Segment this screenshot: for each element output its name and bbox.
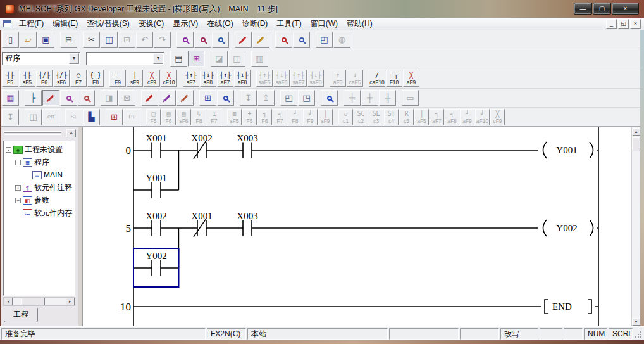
menu-online[interactable]: 在线(O)	[202, 17, 237, 30]
child-minimize-button[interactable]: _	[606, 19, 617, 29]
contact-X001[interactable]: X001	[146, 133, 166, 158]
menu-diagnostics[interactable]: 诊断(D)	[238, 17, 273, 30]
scroll-thumb[interactable]	[21, 298, 45, 305]
menu-convert[interactable]: 变换(C)	[134, 17, 169, 30]
rising-pulse-button[interactable]: ┤↑├sF7	[183, 70, 199, 87]
contact-X003[interactable]: X003	[237, 133, 257, 158]
parallel-open-contact-button[interactable]: ┤├sF5	[19, 70, 35, 87]
contact-X002[interactable]: X002	[146, 211, 166, 236]
find-button[interactable]	[176, 32, 194, 48]
vertical-line-button[interactable]: │sF9	[127, 70, 143, 87]
resize-grip[interactable]	[634, 329, 643, 339]
falling-pulse-button[interactable]: ┤↓├sF8	[200, 70, 216, 87]
logic-test-start-button[interactable]: ▦	[2, 90, 19, 106]
contact-X001[interactable]: X001	[191, 211, 212, 237]
save-button[interactable]: ▣	[37, 32, 54, 48]
coil-Y002[interactable]: Y002	[538, 220, 597, 236]
closed-contact-button[interactable]: ┤/├F6	[36, 70, 53, 87]
tree-item-device-memory[interactable]: +≔软元件内存	[4, 207, 75, 219]
child-close-button[interactable]: ×	[630, 19, 641, 29]
end-instruction[interactable]: END	[541, 300, 595, 314]
project-tree-toggle-button[interactable]: ⊞	[188, 51, 205, 67]
panel-grip[interactable]	[4, 131, 61, 133]
monitor-mode-button[interactable]	[60, 90, 77, 106]
comment-edit-button[interactable]	[235, 32, 252, 48]
panel-close-button[interactable]: ×	[66, 129, 76, 137]
delete-line-button[interactable]: ╳aF9	[403, 70, 419, 87]
delete-vertical-line-button[interactable]: ╳cF10	[161, 70, 177, 87]
device-memory-button[interactable]: ⊞	[199, 90, 216, 106]
monitor-write-mode-button[interactable]	[78, 90, 95, 106]
menu-edit[interactable]: 编辑(E)	[48, 17, 82, 30]
parallel-falling-pulse-button[interactable]: ┤↓├aF8	[234, 70, 251, 87]
scroll-up-icon[interactable]: ▲	[632, 128, 640, 136]
collapse-icon[interactable]: -	[15, 160, 21, 165]
menu-view[interactable]: 显示(V)	[168, 17, 202, 30]
contact-Y002[interactable]: Y002	[146, 251, 166, 276]
data-type-combo[interactable]: 程序 ▼	[2, 52, 80, 65]
scroll-left-icon[interactable]: ◄	[4, 298, 13, 305]
device-monitor-button[interactable]	[217, 90, 234, 106]
contact-X002[interactable]: X002	[191, 133, 212, 159]
write-mode-button[interactable]	[42, 90, 59, 106]
application-instruction-button[interactable]: { }F8	[87, 70, 104, 87]
tree-horizontal-scrollbar[interactable]: ◄ ►	[3, 297, 75, 306]
child-restore-button[interactable]: ◱	[618, 19, 629, 29]
combo-arrow-icon[interactable]: ▼	[69, 53, 79, 64]
expand-icon[interactable]: +	[15, 198, 21, 203]
zoom-button[interactable]	[293, 32, 310, 48]
invert-result-button[interactable]: ∕caF10	[369, 70, 385, 87]
new-button[interactable]: ▯	[2, 32, 19, 48]
collapse-icon[interactable]: -	[6, 147, 11, 153]
tree-item-program-folder[interactable]: -≣程序	[4, 156, 75, 169]
menu-window[interactable]: 窗口(W)	[306, 17, 342, 30]
ladder-editor[interactable]: 0X001X002X003Y001Y0015X002X001X003Y002Y0…	[82, 127, 640, 326]
test-edit-button[interactable]	[252, 32, 269, 48]
menu-find-replace[interactable]: 查找/替换(S)	[82, 17, 133, 30]
contact-Y001[interactable]: Y001	[146, 173, 166, 198]
contact-X003[interactable]: X003	[237, 211, 257, 236]
find-device-button[interactable]	[194, 32, 211, 48]
project-tab[interactable]: 工程	[4, 308, 38, 322]
scroll-thumb[interactable]	[632, 137, 640, 151]
tree-item-program-main[interactable]: +≣MAIN	[4, 169, 75, 181]
title-bar[interactable]: MELSOFT系列 GX Developer 工程未设置 - [梯形图(写入) …	[0, 0, 644, 18]
horizontal-line-button[interactable]: ─F9	[109, 70, 126, 87]
tree-item-project-root[interactable]: -◈工程未设置	[4, 143, 75, 156]
coil-button[interactable]: ○F7	[70, 70, 87, 87]
parallel-rising-pulse-button[interactable]: ┤↑├aF7	[217, 70, 233, 87]
menu-tools[interactable]: 工具(T)	[272, 17, 306, 30]
window-prev-button[interactable]: ◰	[280, 90, 297, 106]
open-contact-button[interactable]: ┤├F5	[2, 70, 18, 87]
maximize-button[interactable]: ▢	[593, 3, 611, 15]
cut-button[interactable]: ✂	[83, 32, 100, 48]
sfc-block-list-button[interactable]: ⊞	[106, 109, 123, 125]
scroll-down-icon[interactable]: ▼	[632, 318, 640, 326]
vertical-scrollbar[interactable]: ▲ ▼	[631, 127, 640, 326]
statement-write-button[interactable]	[159, 90, 176, 106]
tree-item-device-comment[interactable]: +¶软元件注释	[4, 181, 75, 194]
coil-Y001[interactable]: Y001	[538, 142, 597, 158]
menu-help[interactable]: 帮助(H)	[342, 17, 377, 30]
expand-icon[interactable]: +	[15, 185, 21, 191]
open-button[interactable]: ▱	[20, 32, 37, 48]
tree-item-parameter[interactable]: +◧参数	[4, 194, 75, 207]
zoom-range-button[interactable]	[275, 32, 292, 48]
print-button[interactable]: ⊟	[60, 32, 77, 48]
delete-horizontal-line-button[interactable]: ╳cF9	[144, 70, 160, 87]
scroll-right-icon[interactable]: ►	[66, 298, 75, 305]
note-write-button[interactable]	[176, 90, 194, 106]
window-next-button[interactable]: ◳	[298, 90, 315, 106]
parallel-closed-contact-button[interactable]: ┤/├sF6	[53, 70, 70, 87]
child-window-icon[interactable]	[3, 20, 11, 27]
menu-project[interactable]: 工程(F)	[15, 17, 48, 30]
combo-arrow-icon[interactable]: ▼	[153, 53, 163, 64]
sfc-block-button[interactable]: ▙	[83, 109, 100, 125]
panel-grip[interactable]	[4, 134, 61, 136]
draw-line-button[interactable]: ─┐F10	[386, 70, 402, 87]
window-switch-button[interactable]: ◰	[316, 32, 333, 48]
data-name-combo[interactable]: ▼	[86, 52, 164, 65]
project-data-list-button[interactable]: ▤	[170, 51, 187, 67]
find-string-button[interactable]	[212, 32, 229, 48]
time-monitor-button[interactable]	[321, 90, 338, 106]
